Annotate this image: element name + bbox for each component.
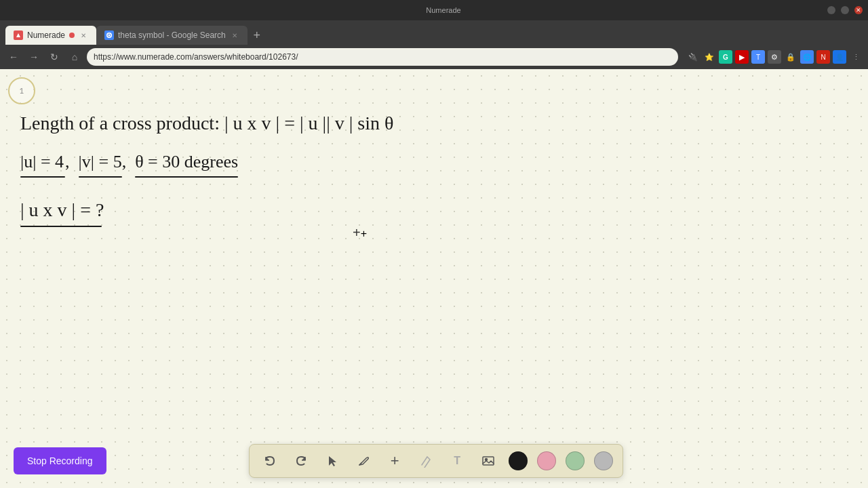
minimize-button[interactable]: ─ bbox=[827, 6, 835, 14]
ext-star[interactable]: ⭐ bbox=[703, 50, 716, 64]
google-favicon bbox=[104, 30, 114, 40]
svg-point-1 bbox=[106, 33, 112, 38]
ext-1[interactable]: ▶ bbox=[735, 50, 749, 64]
tab-numerade-close[interactable]: ✕ bbox=[79, 30, 88, 40]
cursor: + bbox=[353, 225, 366, 239]
question-line: | u x v | = ? bbox=[20, 197, 848, 223]
color-pink[interactable] bbox=[537, 451, 556, 470]
formula-line: Length of a cross product: | u x v | = |… bbox=[20, 110, 848, 136]
tab-google-close[interactable]: ✕ bbox=[230, 30, 239, 40]
tab-google-label: theta symbol - Google Search bbox=[118, 30, 226, 40]
whiteboard-content: Length of a cross product: | u x v | = |… bbox=[20, 110, 848, 223]
ext-4[interactable]: 🔒 bbox=[784, 50, 797, 64]
drawing-toolbar: + T bbox=[249, 444, 623, 478]
maximize-button[interactable]: □ bbox=[841, 6, 849, 14]
text-tool-button[interactable]: T bbox=[446, 450, 468, 472]
ext-menu[interactable]: ⋮ bbox=[849, 50, 863, 64]
undo-button[interactable] bbox=[259, 450, 281, 472]
refresh-button[interactable]: ↻ bbox=[46, 49, 62, 65]
url-bar[interactable]: https://www.numerade.com/answers/whitebo… bbox=[87, 48, 678, 66]
ext-6[interactable]: 👤 bbox=[833, 50, 846, 64]
eraser-tool-button[interactable] bbox=[415, 450, 437, 472]
redo-button[interactable] bbox=[290, 450, 312, 472]
color-gray[interactable] bbox=[594, 451, 613, 470]
svg-point-3 bbox=[486, 459, 488, 461]
u-magnitude: |u| = 4 bbox=[20, 150, 65, 174]
question-container: | u x v | = ? bbox=[20, 197, 848, 223]
browser-chrome: Numerade ─ □ ✕ Numerade ✕ theta sy bbox=[0, 0, 868, 69]
tab-google[interactable]: theta symbol - Google Search ✕ bbox=[96, 26, 248, 45]
ext-3[interactable]: ⚙ bbox=[768, 50, 781, 64]
address-bar: ← → ↻ ⌂ https://www.numerade.com/answers… bbox=[0, 45, 868, 69]
ext-2[interactable]: T bbox=[751, 50, 765, 64]
numerade-favicon bbox=[14, 30, 23, 40]
tab-numerade[interactable]: Numerade ✕ bbox=[5, 26, 96, 45]
theta-value: θ = 30 degrees bbox=[135, 150, 238, 174]
url-text: https://www.numerade.com/answers/whitebo… bbox=[94, 52, 298, 62]
page-number-badge: 1 bbox=[8, 77, 35, 104]
given-values-line: |u| = 4, |v| = 5, θ = 30 degrees bbox=[20, 150, 848, 174]
ext-translate[interactable]: 🌐 bbox=[800, 50, 814, 64]
svg-rect-2 bbox=[483, 457, 494, 465]
new-tab-button[interactable]: + bbox=[248, 26, 267, 45]
forward-button[interactable]: → bbox=[26, 49, 42, 65]
given-values-container: |u| = 4, |v| = 5, θ = 30 degrees bbox=[20, 150, 848, 174]
stop-recording-button[interactable]: Stop Recording bbox=[14, 447, 106, 474]
tab-numerade-label: Numerade bbox=[27, 30, 65, 40]
window-controls: ─ □ ✕ bbox=[827, 6, 863, 14]
ext-5[interactable]: N bbox=[816, 50, 830, 64]
v-magnitude: |v| = 5 bbox=[79, 150, 122, 174]
browser-extensions: 🔌 ⭐ G ▶ T ⚙ 🔒 🌐 N 👤 ⋮ bbox=[686, 50, 863, 64]
svg-marker-0 bbox=[16, 33, 20, 37]
add-tool-button[interactable]: + bbox=[384, 450, 406, 472]
pen-tool-button[interactable] bbox=[353, 450, 374, 472]
select-tool-button[interactable] bbox=[321, 450, 343, 472]
home-button[interactable]: ⌂ bbox=[66, 49, 83, 65]
tab-recording-indicator bbox=[69, 33, 75, 38]
bottom-bar: Stop Recording bbox=[0, 434, 868, 488]
window-title: Numerade bbox=[426, 6, 460, 14]
page-content: 1 Length of a cross product: | u x v | =… bbox=[0, 69, 868, 488]
badge-number: 1 bbox=[20, 87, 24, 95]
title-bar: Numerade ─ □ ✕ bbox=[0, 0, 868, 20]
color-green[interactable] bbox=[566, 451, 585, 470]
tabs-bar: Numerade ✕ theta symbol - Google Search … bbox=[0, 20, 868, 45]
question-expression: | u x v | = ? bbox=[20, 197, 104, 223]
ext-grammarly[interactable]: G bbox=[719, 50, 732, 64]
ext-vpn[interactable]: 🔌 bbox=[686, 50, 700, 64]
close-button[interactable]: ✕ bbox=[854, 6, 863, 14]
image-tool-button[interactable] bbox=[477, 450, 499, 472]
back-button[interactable]: ← bbox=[5, 49, 22, 65]
color-black[interactable] bbox=[509, 451, 528, 470]
